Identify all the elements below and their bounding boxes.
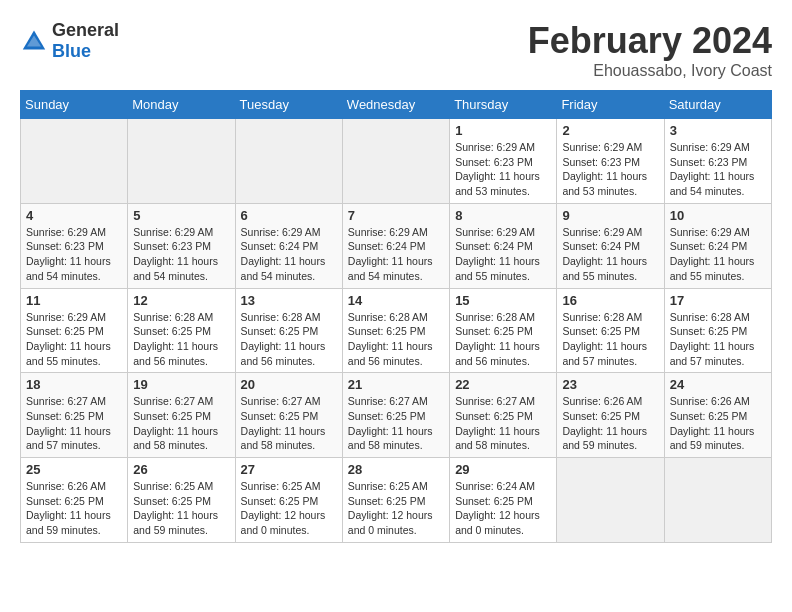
calendar-cell: 1Sunrise: 6:29 AM Sunset: 6:23 PM Daylig… [450,119,557,204]
day-number: 8 [455,208,551,223]
day-info: Sunrise: 6:27 AM Sunset: 6:25 PM Dayligh… [26,394,122,453]
calendar-header-row: SundayMondayTuesdayWednesdayThursdayFrid… [21,91,772,119]
location-subtitle: Ehouassabo, Ivory Coast [528,62,772,80]
calendar-cell: 5Sunrise: 6:29 AM Sunset: 6:23 PM Daylig… [128,203,235,288]
day-number: 2 [562,123,658,138]
calendar-cell [557,458,664,543]
day-of-week-header: Thursday [450,91,557,119]
day-number: 29 [455,462,551,477]
calendar-cell: 8Sunrise: 6:29 AM Sunset: 6:24 PM Daylig… [450,203,557,288]
day-info: Sunrise: 6:27 AM Sunset: 6:25 PM Dayligh… [133,394,229,453]
day-number: 28 [348,462,444,477]
calendar-cell: 4Sunrise: 6:29 AM Sunset: 6:23 PM Daylig… [21,203,128,288]
day-number: 14 [348,293,444,308]
day-info: Sunrise: 6:29 AM Sunset: 6:23 PM Dayligh… [455,140,551,199]
day-info: Sunrise: 6:28 AM Sunset: 6:25 PM Dayligh… [133,310,229,369]
calendar-cell: 16Sunrise: 6:28 AM Sunset: 6:25 PM Dayli… [557,288,664,373]
day-info: Sunrise: 6:29 AM Sunset: 6:23 PM Dayligh… [26,225,122,284]
logo-general-text: General [52,20,119,40]
day-number: 13 [241,293,337,308]
day-number: 3 [670,123,766,138]
calendar-week-row: 4Sunrise: 6:29 AM Sunset: 6:23 PM Daylig… [21,203,772,288]
day-of-week-header: Monday [128,91,235,119]
calendar-cell: 11Sunrise: 6:29 AM Sunset: 6:25 PM Dayli… [21,288,128,373]
calendar-cell: 24Sunrise: 6:26 AM Sunset: 6:25 PM Dayli… [664,373,771,458]
month-year-title: February 2024 [528,20,772,62]
day-info: Sunrise: 6:29 AM Sunset: 6:24 PM Dayligh… [348,225,444,284]
day-number: 4 [26,208,122,223]
day-number: 26 [133,462,229,477]
calendar-cell: 10Sunrise: 6:29 AM Sunset: 6:24 PM Dayli… [664,203,771,288]
logo-icon [20,27,48,55]
day-of-week-header: Friday [557,91,664,119]
day-number: 18 [26,377,122,392]
calendar-cell: 21Sunrise: 6:27 AM Sunset: 6:25 PM Dayli… [342,373,449,458]
day-number: 25 [26,462,122,477]
calendar-cell [235,119,342,204]
calendar-cell: 28Sunrise: 6:25 AM Sunset: 6:25 PM Dayli… [342,458,449,543]
title-block: February 2024 Ehouassabo, Ivory Coast [528,20,772,80]
calendar-cell: 29Sunrise: 6:24 AM Sunset: 6:25 PM Dayli… [450,458,557,543]
calendar-week-row: 25Sunrise: 6:26 AM Sunset: 6:25 PM Dayli… [21,458,772,543]
day-info: Sunrise: 6:29 AM Sunset: 6:23 PM Dayligh… [562,140,658,199]
calendar-table: SundayMondayTuesdayWednesdayThursdayFrid… [20,90,772,543]
calendar-cell: 7Sunrise: 6:29 AM Sunset: 6:24 PM Daylig… [342,203,449,288]
day-number: 12 [133,293,229,308]
page-header: General Blue February 2024 Ehouassabo, I… [20,20,772,80]
calendar-cell: 22Sunrise: 6:27 AM Sunset: 6:25 PM Dayli… [450,373,557,458]
day-number: 20 [241,377,337,392]
calendar-cell: 14Sunrise: 6:28 AM Sunset: 6:25 PM Dayli… [342,288,449,373]
day-number: 9 [562,208,658,223]
day-number: 11 [26,293,122,308]
day-of-week-header: Wednesday [342,91,449,119]
day-info: Sunrise: 6:28 AM Sunset: 6:25 PM Dayligh… [241,310,337,369]
day-number: 7 [348,208,444,223]
day-info: Sunrise: 6:27 AM Sunset: 6:25 PM Dayligh… [455,394,551,453]
day-number: 5 [133,208,229,223]
calendar-cell: 19Sunrise: 6:27 AM Sunset: 6:25 PM Dayli… [128,373,235,458]
day-info: Sunrise: 6:24 AM Sunset: 6:25 PM Dayligh… [455,479,551,538]
day-number: 27 [241,462,337,477]
day-number: 6 [241,208,337,223]
calendar-cell: 9Sunrise: 6:29 AM Sunset: 6:24 PM Daylig… [557,203,664,288]
day-number: 10 [670,208,766,223]
calendar-cell: 26Sunrise: 6:25 AM Sunset: 6:25 PM Dayli… [128,458,235,543]
day-info: Sunrise: 6:29 AM Sunset: 6:23 PM Dayligh… [133,225,229,284]
day-info: Sunrise: 6:25 AM Sunset: 6:25 PM Dayligh… [348,479,444,538]
day-info: Sunrise: 6:25 AM Sunset: 6:25 PM Dayligh… [133,479,229,538]
day-number: 22 [455,377,551,392]
calendar-cell [664,458,771,543]
calendar-cell [21,119,128,204]
day-info: Sunrise: 6:29 AM Sunset: 6:25 PM Dayligh… [26,310,122,369]
calendar-cell: 23Sunrise: 6:26 AM Sunset: 6:25 PM Dayli… [557,373,664,458]
calendar-week-row: 1Sunrise: 6:29 AM Sunset: 6:23 PM Daylig… [21,119,772,204]
day-info: Sunrise: 6:29 AM Sunset: 6:24 PM Dayligh… [670,225,766,284]
calendar-cell: 18Sunrise: 6:27 AM Sunset: 6:25 PM Dayli… [21,373,128,458]
day-info: Sunrise: 6:29 AM Sunset: 6:24 PM Dayligh… [562,225,658,284]
day-info: Sunrise: 6:28 AM Sunset: 6:25 PM Dayligh… [455,310,551,369]
calendar-cell: 20Sunrise: 6:27 AM Sunset: 6:25 PM Dayli… [235,373,342,458]
day-info: Sunrise: 6:26 AM Sunset: 6:25 PM Dayligh… [670,394,766,453]
day-of-week-header: Saturday [664,91,771,119]
day-info: Sunrise: 6:25 AM Sunset: 6:25 PM Dayligh… [241,479,337,538]
day-info: Sunrise: 6:29 AM Sunset: 6:23 PM Dayligh… [670,140,766,199]
logo: General Blue [20,20,119,62]
day-info: Sunrise: 6:26 AM Sunset: 6:25 PM Dayligh… [562,394,658,453]
day-info: Sunrise: 6:27 AM Sunset: 6:25 PM Dayligh… [348,394,444,453]
calendar-cell: 27Sunrise: 6:25 AM Sunset: 6:25 PM Dayli… [235,458,342,543]
calendar-cell: 25Sunrise: 6:26 AM Sunset: 6:25 PM Dayli… [21,458,128,543]
day-number: 16 [562,293,658,308]
calendar-cell: 15Sunrise: 6:28 AM Sunset: 6:25 PM Dayli… [450,288,557,373]
calendar-cell: 12Sunrise: 6:28 AM Sunset: 6:25 PM Dayli… [128,288,235,373]
day-info: Sunrise: 6:28 AM Sunset: 6:25 PM Dayligh… [670,310,766,369]
calendar-cell: 17Sunrise: 6:28 AM Sunset: 6:25 PM Dayli… [664,288,771,373]
day-info: Sunrise: 6:26 AM Sunset: 6:25 PM Dayligh… [26,479,122,538]
day-info: Sunrise: 6:28 AM Sunset: 6:25 PM Dayligh… [348,310,444,369]
calendar-cell [128,119,235,204]
day-info: Sunrise: 6:27 AM Sunset: 6:25 PM Dayligh… [241,394,337,453]
logo-blue-text: Blue [52,41,91,61]
day-of-week-header: Tuesday [235,91,342,119]
day-number: 19 [133,377,229,392]
day-number: 17 [670,293,766,308]
day-info: Sunrise: 6:28 AM Sunset: 6:25 PM Dayligh… [562,310,658,369]
